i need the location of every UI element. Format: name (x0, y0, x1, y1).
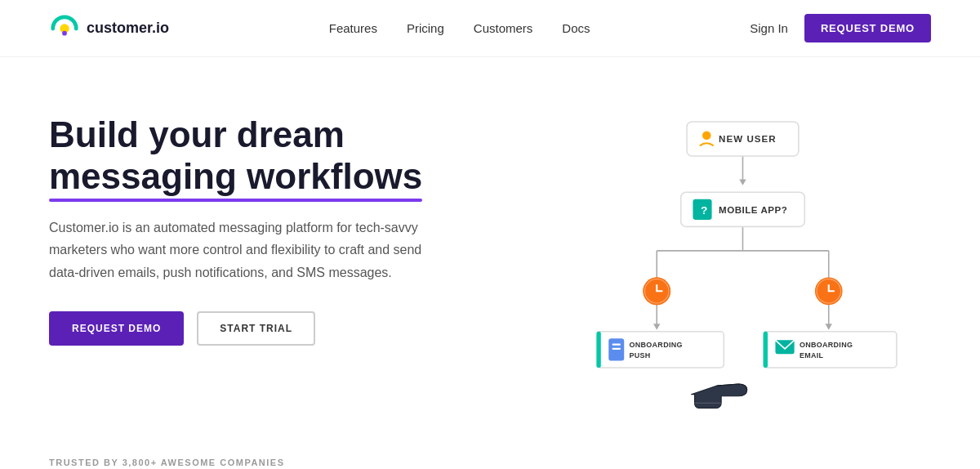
svg-point-1 (62, 30, 67, 35)
svg-rect-36 (764, 332, 768, 368)
svg-marker-11 (826, 324, 832, 329)
workflow-svg: NEW USER ? MOBILE APP? (547, 106, 956, 433)
trusted-label: TRUSTED BY 3,800+ AWESOME COMPANIES (49, 458, 931, 467)
svg-rect-29 (597, 332, 601, 368)
svg-text:PUSH: PUSH (630, 351, 651, 360)
nav-request-demo-button[interactable]: REQUEST DEMO (804, 14, 931, 42)
svg-text:ONBOARDING: ONBOARDING (630, 341, 683, 349)
hero-section: Build your dream messaging workflows Cus… (0, 57, 980, 449)
svg-marker-3 (739, 179, 746, 185)
nav-features[interactable]: Features (329, 21, 377, 35)
workflow-diagram-container: NEW USER ? MOBILE APP? (482, 106, 931, 449)
hero-content: Build your dream messaging workflows Cus… (49, 106, 449, 346)
sign-in-button[interactable]: Sign In (750, 21, 788, 35)
svg-marker-9 (653, 324, 660, 329)
navbar: customer.io Features Pricing Customers D… (0, 0, 980, 57)
hero-request-demo-button[interactable]: REQUEST DEMO (49, 311, 184, 346)
hero-description: Customer.io is an automated messaging pl… (49, 217, 449, 284)
hero-buttons: REQUEST DEMO START TRIAL (49, 311, 449, 346)
nav-docs[interactable]: Docs (562, 21, 590, 35)
svg-rect-32 (612, 348, 621, 350)
svg-text:?: ? (701, 204, 707, 217)
logo-icon (49, 13, 80, 44)
logo-text: customer.io (87, 20, 169, 37)
svg-point-13 (702, 132, 711, 141)
svg-text:MOBILE APP?: MOBILE APP? (719, 205, 787, 215)
nav-right: Sign In REQUEST DEMO (750, 14, 931, 42)
nav-pricing[interactable]: Pricing (407, 21, 444, 35)
trusted-section: TRUSTED BY 3,800+ AWESOME COMPANIES segm… (0, 449, 980, 469)
logo[interactable]: customer.io (49, 13, 169, 44)
nav-customers[interactable]: Customers (474, 21, 533, 35)
hero-start-trial-button[interactable]: START TRIAL (197, 311, 315, 346)
svg-rect-31 (612, 344, 621, 346)
nav-links: Features Pricing Customers Docs (329, 21, 590, 35)
hero-title: Build your dream messaging workflows (49, 114, 449, 197)
svg-text:NEW USER: NEW USER (719, 134, 777, 144)
svg-text:EMAIL: EMAIL (800, 351, 824, 360)
svg-text:ONBOARDING: ONBOARDING (800, 341, 853, 349)
